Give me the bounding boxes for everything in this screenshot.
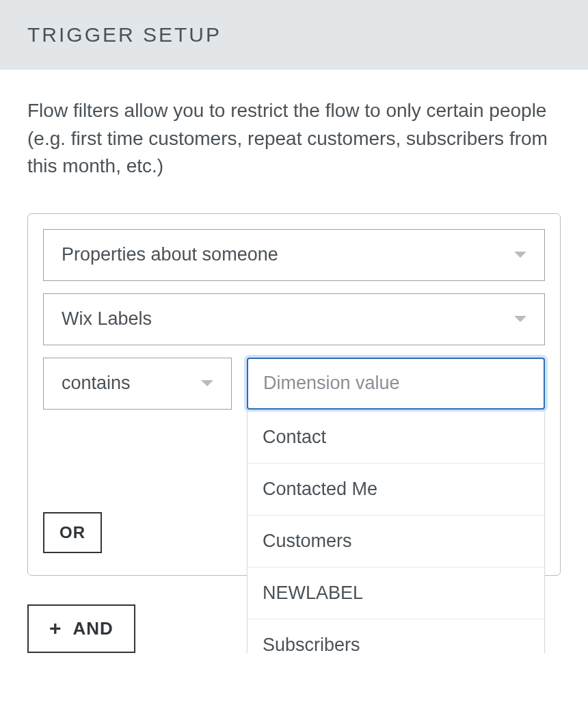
property-select-label: Properties about someone [62,244,278,265]
dropdown-option[interactable]: Subscribers [248,619,544,653]
dropdown-option[interactable]: Customers [248,516,544,568]
operator-select-label: contains [62,373,131,394]
content-area: Flow filters allow you to restrict the f… [0,70,588,576]
and-button-label: AND [73,618,113,639]
dropdown-option[interactable]: Contacted Me [248,464,544,516]
dimension-value-dropdown: Contact Contacted Me Customers NEWLABEL … [247,411,545,653]
filter-group: Properties about someone Wix Labels cont… [27,213,561,576]
and-button[interactable]: + AND [27,604,135,653]
plus-icon: + [49,618,62,639]
caret-down-icon [201,380,213,386]
header-bar: TRIGGER SETUP [0,0,588,70]
dimension-value-input[interactable]: Dimension value [247,358,545,410]
caret-down-icon [514,252,526,258]
operator-select[interactable]: contains [43,358,232,410]
dropdown-option[interactable]: NEWLABEL [248,568,544,619]
value-wrapper: Dimension value Contact Contacted Me Cus… [247,358,545,410]
dimension-select-label: Wix Labels [62,308,152,330]
dropdown-option[interactable]: Contact [248,412,544,464]
caret-down-icon [514,316,526,322]
page-title: TRIGGER SETUP [27,23,561,46]
description-text: Flow filters allow you to restrict the f… [27,97,561,181]
dimension-select[interactable]: Wix Labels [43,293,545,345]
dimension-value-placeholder: Dimension value [263,373,400,394]
or-button-label: OR [59,523,85,542]
or-button[interactable]: OR [43,512,102,553]
property-select[interactable]: Properties about someone [43,229,545,281]
